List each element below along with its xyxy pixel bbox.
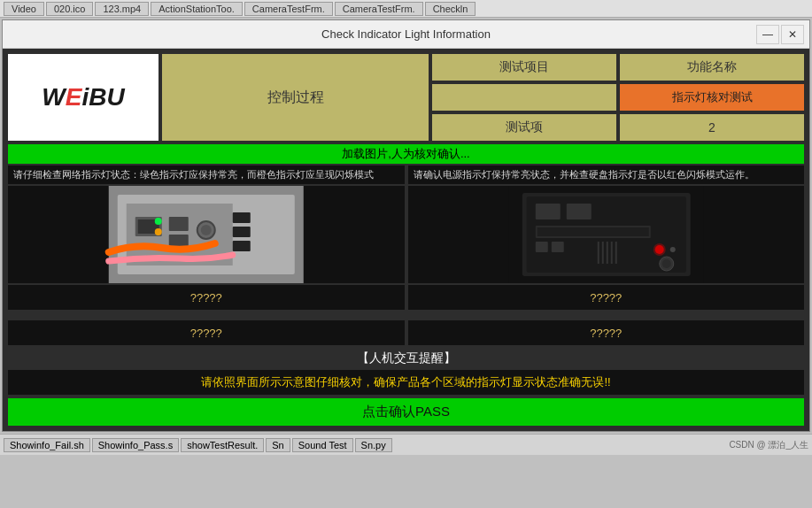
bottom-tab-4[interactable]: Sound Test [292,438,353,452]
bottom-right-text: CSDN @ 漂泊_人生 [729,439,808,451]
control-cell: 控制过程 [162,54,429,141]
taskbar-tab-ico[interactable]: 020.ico [46,2,93,16]
pass-button-label: 点击确认PASS [362,404,450,419]
svg-rect-12 [233,227,251,237]
hmi-title-text: 【人机交互提醒】 [357,350,456,365]
control-label: 控制过程 [267,89,324,107]
status-text: 加载图片,人为核对确认... [342,147,469,160]
svg-point-24 [653,243,665,256]
spacer [8,313,804,320]
svg-rect-31 [610,242,612,264]
svg-rect-21 [535,242,547,252]
question-left-1-text: ????? [190,291,222,304]
question-right-2: ????? [408,320,805,345]
bottom-tab-2[interactable]: showTestResult. [181,438,264,452]
svg-rect-20 [537,227,648,236]
logo-cell: WEiBU [8,54,159,141]
right-image-svg [408,186,805,283]
svg-rect-32 [615,242,616,264]
test-item-value-cell: 2 [620,114,804,141]
svg-point-27 [661,259,670,268]
bottom-tab-5[interactable]: Sn.py [355,438,392,452]
bottom-taskbar: Showinfo_Fail.sh Showinfo_Pass.s showTes… [0,434,812,455]
taskbar-tab-cam1[interactable]: CameraTestFrm. [244,2,333,16]
title-bar: Check Indicator Light Information — ✕ [3,20,809,49]
svg-rect-7 [169,217,189,231]
question-left-1: ????? [8,285,405,310]
func-name-label-cell: 功能名称 [620,54,804,81]
svg-rect-22 [551,242,563,252]
window-title: Check Indicator Light Information [321,27,491,41]
taskbar-tab-mp4[interactable]: 123.mp4 [95,2,149,16]
bottom-tab-0[interactable]: Showinfo_Fail.sh [4,438,90,452]
desc-left-text: 请仔细检查网络指示灯状态：绿色指示灯应保持常亮，而橙色指示灯应呈现闪烁模式 [13,169,374,180]
question-right-1-text: ????? [590,291,622,304]
left-image-svg [8,186,405,283]
bottom-tab-3[interactable]: Sn [266,438,290,452]
content-area: WEiBU 控制过程 测试项目 功能名称 指示灯核对测试 测试项 2 加载图片,… [3,49,809,431]
svg-point-10 [201,225,212,235]
svg-rect-28 [597,242,599,264]
question-row-2: ????? ????? [8,320,804,345]
func-value-cell: 指示灯核对测试 [620,84,804,111]
hmi-desc: 请依照界面所示示意图仔细核对，确保产品各个区域的指示灯显示状态准确无误!! [8,370,804,395]
hmi-title: 【人机交互提醒】 [8,350,804,366]
image-right-cell [408,186,805,283]
logo-w: W [42,83,65,111]
svg-rect-18 [566,204,591,219]
question-left-2-text: ????? [190,327,222,340]
hmi-desc-text: 请依照界面所示示意图仔细核对，确保产品各个区域的指示灯显示状态准确无误!! [201,375,610,389]
test-project-label-cell: 测试项目 [432,54,616,81]
image-row [8,186,804,283]
title-buttons: — ✕ [756,25,804,44]
question-row-1: ????? ????? [8,285,804,310]
svg-point-25 [669,247,675,252]
question-right-2-text: ????? [590,327,622,340]
empty-cell [432,84,616,111]
desc-right: 请确认电源指示灯保持常亮状态，并检查硬盘指示灯是否以红色闪烁模式运作。 [408,165,805,184]
svg-rect-11 [233,212,251,223]
top-row: WEiBU 控制过程 测试项目 功能名称 指示灯核对测试 测试项 2 [8,54,804,141]
pass-button[interactable]: 点击确认PASS [8,398,804,426]
svg-rect-17 [535,204,560,219]
logo-e: E [66,83,82,111]
logo: WEiBU [42,83,124,112]
image-left-cell [8,186,405,283]
question-right-1: ????? [408,285,805,310]
taskbar-tab-check[interactable]: Checkln [425,2,476,16]
logo-ibu: iBU [81,83,124,111]
svg-rect-13 [233,241,251,251]
desc-right-text: 请确认电源指示灯保持常亮状态，并检查硬盘指示灯是否以红色闪烁模式运作。 [414,169,754,180]
question-left-2: ????? [8,320,405,345]
svg-point-5 [155,218,162,225]
right-info: 测试项目 功能名称 指示灯核对测试 测试项 2 [432,54,804,141]
desc-row: 请仔细检查网络指示灯状态：绿色指示灯应保持常亮，而橙色指示灯应呈现闪烁模式 请确… [8,165,804,184]
bottom-tab-1[interactable]: Showinfo_Pass.s [92,438,179,452]
svg-rect-30 [606,242,607,264]
svg-point-6 [155,228,162,235]
svg-rect-29 [601,242,603,264]
taskbar-top: Video 020.ico 123.mp4 ActionStationToo. … [0,0,812,18]
main-window: Check Indicator Light Information — ✕ WE… [2,19,810,432]
taskbar-tab-video[interactable]: Video [4,2,44,16]
desc-left: 请仔细检查网络指示灯状态：绿色指示灯应保持常亮，而橙色指示灯应呈现闪烁模式 [8,165,405,184]
taskbar-tab-cam2[interactable]: CameraTestFrm. [335,2,423,16]
close-button[interactable]: ✕ [781,25,804,44]
minimize-button[interactable]: — [756,25,779,44]
status-bar: 加载图片,人为核对确认... [8,144,804,164]
test-item-label-cell2: 测试项 [432,114,616,141]
taskbar-tab-action[interactable]: ActionStationToo. [151,2,243,16]
